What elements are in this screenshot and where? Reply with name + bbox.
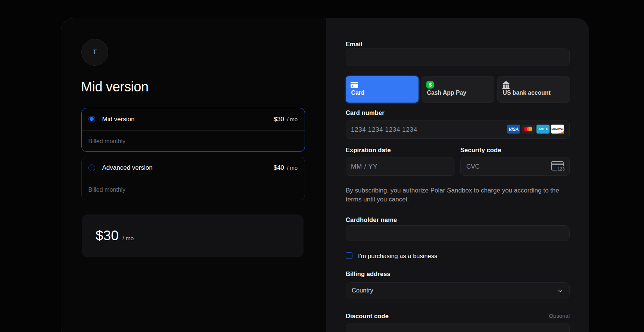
svg-text:DISC: DISC (551, 127, 557, 131)
svg-text:VISA: VISA (508, 127, 519, 132)
svg-text:AMEX: AMEX (538, 127, 548, 131)
svg-text:VER: VER (559, 127, 564, 131)
svg-text:$: $ (429, 82, 432, 88)
svg-text:123: 123 (558, 167, 564, 171)
